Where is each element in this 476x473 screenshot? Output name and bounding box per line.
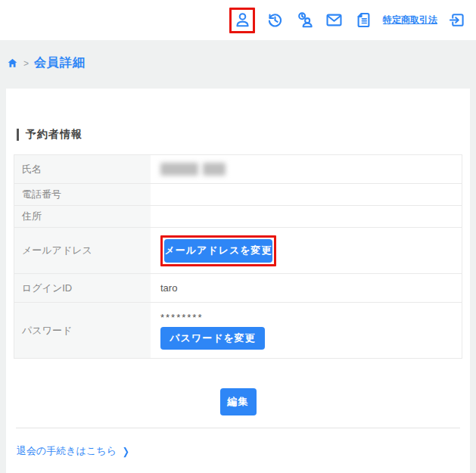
row-label-phone: 電話番号 [14,184,151,205]
edit-button-area: 編集 [14,359,462,428]
table-row-email: メールアドレス メールアドレスを変更 [14,228,462,274]
home-icon[interactable] [7,58,18,69]
section-title-bar [17,129,19,141]
annotation-box-change-email-button: メールアドレスを変更 [160,235,276,266]
row-label-email: メールアドレス [14,228,151,273]
edit-button[interactable]: 編集 [220,388,257,415]
section-title-text: 予約者情報 [26,128,82,142]
row-value-password: ******** パスワードを変更 [151,303,462,358]
chevron-right-icon: ❯ [123,445,129,457]
logout-icon[interactable] [447,11,467,30]
redacted-name-value [160,163,226,176]
row-label-name: 氏名 [14,155,151,183]
document-icon[interactable] [353,11,373,30]
row-value-name [151,155,462,183]
annotation-box-user-icon [229,8,255,33]
change-email-button[interactable]: メールアドレスを変更 [164,239,272,263]
row-label-login-id: ログインID [14,274,151,302]
member-detail-card: 予約者情報 氏名 電話番号 住所 メールアドレス メールアドレスを変更 [6,89,470,473]
withdraw-link-label: 退会の手続きはこちら [17,444,117,458]
row-value-phone [151,184,462,205]
breadcrumb-separator: > [23,58,29,69]
change-password-button[interactable]: パスワードを変更 [160,327,265,350]
mail-icon[interactable] [324,11,344,30]
row-value-email: メールアドレスを変更 [151,228,462,273]
user-clock-icon[interactable] [294,11,314,30]
law-link[interactable]: 特定商取引法 [383,14,437,26]
member-info-table: 氏名 電話番号 住所 メールアドレス メールアドレスを変更 ログイ [14,154,462,359]
row-value-login-id: taro [151,274,462,302]
table-row-name: 氏名 [14,155,462,184]
breadcrumb: > 会員詳細 [7,56,476,70]
password-masked-value: ******** [160,314,203,322]
row-label-password: パスワード [14,303,151,358]
section-title: 予約者情報 [17,128,459,142]
top-bar: 特定商取引法 [0,0,476,40]
history-icon[interactable] [265,11,285,30]
table-row-login-id: ログインID taro [14,274,462,303]
user-icon[interactable] [232,11,252,30]
table-row-password: パスワード ******** パスワードを変更 [14,303,462,359]
row-value-address [151,206,462,227]
row-label-address: 住所 [14,206,151,227]
page-title: 会員詳細 [34,55,86,71]
table-row-phone: 電話番号 [14,184,462,206]
table-row-address: 住所 [14,206,462,228]
withdraw-link[interactable]: 退会の手続きはこちら ❯ [14,428,462,473]
